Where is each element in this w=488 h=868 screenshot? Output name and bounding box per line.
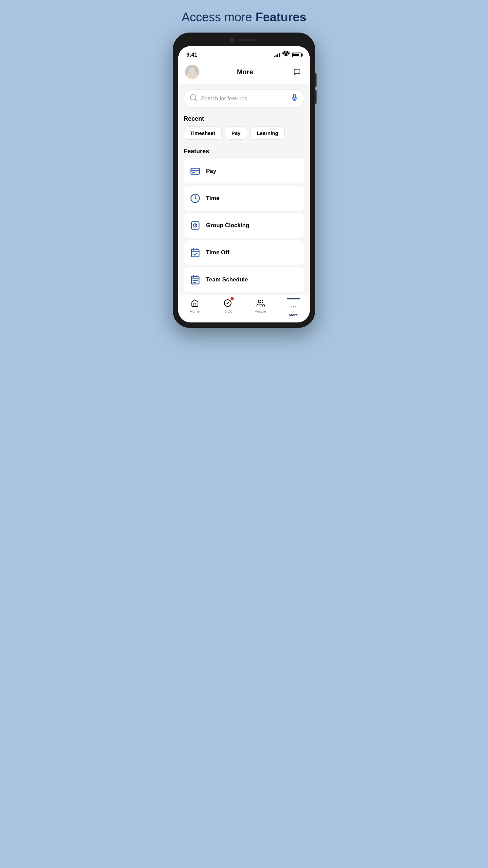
- search-bar[interactable]: Search for features: [184, 89, 304, 108]
- time-off-icon: [189, 246, 201, 259]
- recent-section: Recent Timesheet Pay Learning: [184, 115, 304, 140]
- recent-label: Recent: [184, 115, 304, 122]
- header-title: More: [237, 68, 253, 76]
- features-section: Features Pay: [184, 148, 304, 292]
- nav-home-label: Home: [190, 309, 200, 313]
- feature-group-clocking-label: Group Clocking: [206, 222, 249, 229]
- home-icon: [190, 298, 200, 308]
- nav-todo[interactable]: To Do: [211, 298, 244, 317]
- group-clocking-icon: [189, 219, 201, 232]
- main-content: Search for features Recent Timesheet Pay: [178, 84, 310, 292]
- chat-icon[interactable]: [291, 66, 303, 78]
- phone-camera: [230, 38, 235, 43]
- feature-time[interactable]: Time: [184, 186, 304, 211]
- volume-down-button: [314, 90, 317, 104]
- svg-point-25: [295, 307, 296, 308]
- status-time: 9:41: [186, 52, 197, 58]
- status-icons: [274, 50, 302, 59]
- signal-icon: [274, 53, 280, 57]
- more-icon: [289, 302, 298, 312]
- recent-chips: Timesheet Pay Learning: [184, 126, 304, 140]
- svg-point-22: [258, 300, 261, 303]
- phone-shell: 9:41: [173, 33, 315, 328]
- svg-rect-2: [293, 94, 296, 98]
- search-placeholder: Search for features: [201, 96, 287, 102]
- nav-people-label: People: [255, 309, 266, 313]
- phone-speaker: [238, 39, 258, 41]
- feature-time-label: Time: [206, 195, 219, 202]
- chip-timesheet[interactable]: Timesheet: [184, 126, 222, 140]
- team-schedule-icon: [189, 274, 201, 286]
- bottom-nav: Home To Do: [178, 295, 310, 322]
- svg-rect-5: [191, 168, 200, 174]
- phone-notch: [178, 38, 310, 46]
- feature-time-off[interactable]: Time Off: [184, 240, 304, 265]
- svg-line-1: [195, 99, 197, 101]
- time-icon: [189, 192, 201, 204]
- feature-group-clocking[interactable]: Group Clocking: [184, 213, 304, 238]
- svg-rect-11: [191, 249, 199, 257]
- page-heading: Access more Features: [182, 10, 306, 24]
- todo-badge: [230, 297, 234, 300]
- nav-more-label: More: [289, 313, 298, 317]
- people-icon: [256, 298, 265, 308]
- chip-learning[interactable]: Learning: [250, 126, 285, 140]
- nav-people[interactable]: People: [244, 298, 277, 317]
- search-icon: [189, 94, 198, 103]
- nav-active-indicator: [287, 298, 300, 299]
- mic-icon[interactable]: [290, 94, 299, 103]
- nav-todo-label: To Do: [223, 309, 232, 313]
- feature-time-off-label: Time Off: [206, 249, 229, 256]
- svg-point-24: [293, 307, 294, 308]
- feature-team-schedule[interactable]: Team Schedule: [184, 268, 304, 292]
- volume-up-button: [314, 73, 317, 87]
- avatar[interactable]: [185, 65, 199, 79]
- wifi-icon: [282, 50, 290, 59]
- phone-screen: 9:41: [178, 46, 310, 322]
- app-header: More: [178, 61, 310, 84]
- feature-team-schedule-label: Team Schedule: [206, 276, 248, 283]
- chip-pay[interactable]: Pay: [225, 126, 247, 140]
- nav-home[interactable]: Home: [178, 298, 211, 317]
- todo-icon: [223, 298, 232, 308]
- status-bar: 9:41: [178, 46, 310, 61]
- pay-icon: [189, 165, 201, 177]
- features-label: Features: [184, 148, 304, 155]
- battery-icon: [292, 53, 302, 57]
- feature-pay[interactable]: Pay: [184, 159, 304, 183]
- svg-point-23: [290, 307, 291, 308]
- nav-more[interactable]: More: [277, 298, 310, 317]
- feature-pay-label: Pay: [206, 168, 216, 175]
